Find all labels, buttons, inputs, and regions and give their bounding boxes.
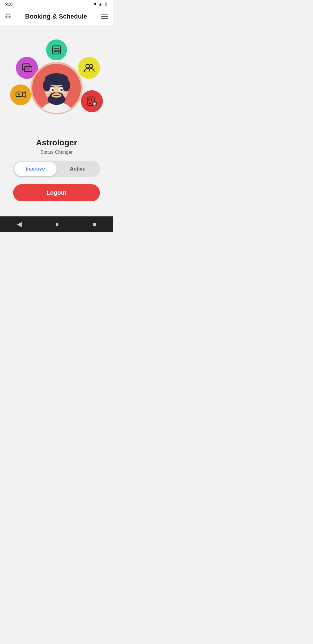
group-icon-button[interactable] xyxy=(78,57,100,79)
active-button[interactable]: Active xyxy=(57,162,99,176)
home-button[interactable]: ● xyxy=(55,220,59,228)
badge-icon-button[interactable] xyxy=(81,90,103,112)
menu-button[interactable] xyxy=(101,14,108,19)
signal-icon: ▲ xyxy=(98,2,102,6)
app-logo-icon: ❊ xyxy=(5,12,11,21)
battery-icon: 🔋 xyxy=(103,2,108,6)
avatar xyxy=(30,62,83,114)
svg-point-36 xyxy=(62,89,63,90)
checklist-icon-button[interactable] xyxy=(46,39,67,60)
svg-rect-15 xyxy=(89,98,92,101)
svg-point-35 xyxy=(53,89,54,90)
svg-point-27 xyxy=(62,79,70,91)
profile-name: Astrologer xyxy=(36,138,77,147)
status-icons: ▼ ▲ 🔋 xyxy=(93,2,108,6)
status-toggle: Inactive Active xyxy=(13,161,100,177)
svg-point-10 xyxy=(89,64,93,68)
header: ❊ Booking & Schedule xyxy=(0,8,113,25)
main-content: Astrologer Status Changer Inactive Activ… xyxy=(0,25,113,216)
hamburger-line-1 xyxy=(101,14,108,15)
page-title: Booking & Schedule xyxy=(11,13,101,20)
orbit-area xyxy=(7,34,106,132)
inactive-button[interactable]: Inactive xyxy=(14,162,57,176)
status-bar: 6:28 ▼ ▲ 🔋 xyxy=(0,0,113,8)
svg-rect-5 xyxy=(24,66,32,72)
back-button[interactable]: ◀ xyxy=(17,220,22,228)
hamburger-line-2 xyxy=(101,16,108,17)
hamburger-line-3 xyxy=(101,18,108,19)
svg-point-26 xyxy=(43,79,51,91)
svg-point-37 xyxy=(55,91,58,95)
wifi-icon: ▼ xyxy=(93,2,97,6)
svg-point-9 xyxy=(86,64,89,68)
recents-button[interactable]: ■ xyxy=(92,220,96,228)
logout-button[interactable]: Logout xyxy=(13,184,100,201)
bottom-nav: ◀ ● ■ xyxy=(0,216,113,232)
video-icon-button[interactable] xyxy=(10,84,31,105)
status-changer-label: Status Changer xyxy=(40,150,72,155)
status-time: 6:28 xyxy=(5,2,12,6)
